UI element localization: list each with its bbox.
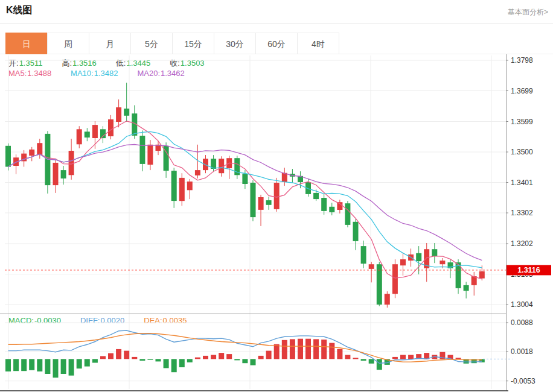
- current-price-badge: 1.3116: [507, 265, 551, 275]
- svg-text:0.0018: 0.0018: [511, 347, 533, 356]
- svg-text:0.0088: 0.0088: [511, 318, 533, 327]
- svg-text:1.3401: 1.3401: [511, 179, 533, 187]
- kline-page: K线图 基本面分析> 日周月5分15分30分60分4时 开:1.3511高:1.…: [0, 0, 553, 392]
- svg-text:1.3116: 1.3116: [517, 266, 540, 274]
- candlestick-chart[interactable]: 1.37981.36991.35991.35001.34011.33021.32…: [0, 0, 553, 392]
- svg-text:1.3500: 1.3500: [511, 148, 533, 156]
- svg-text:1.3302: 1.3302: [511, 209, 533, 217]
- svg-text:-0.0053: -0.0053: [511, 377, 535, 385]
- svg-text:1.3699: 1.3699: [511, 87, 533, 95]
- svg-text:1.3599: 1.3599: [511, 118, 533, 126]
- svg-text:1.3004: 1.3004: [511, 300, 533, 309]
- svg-text:1.3798: 1.3798: [511, 56, 533, 65]
- svg-text:1.3202: 1.3202: [511, 239, 533, 248]
